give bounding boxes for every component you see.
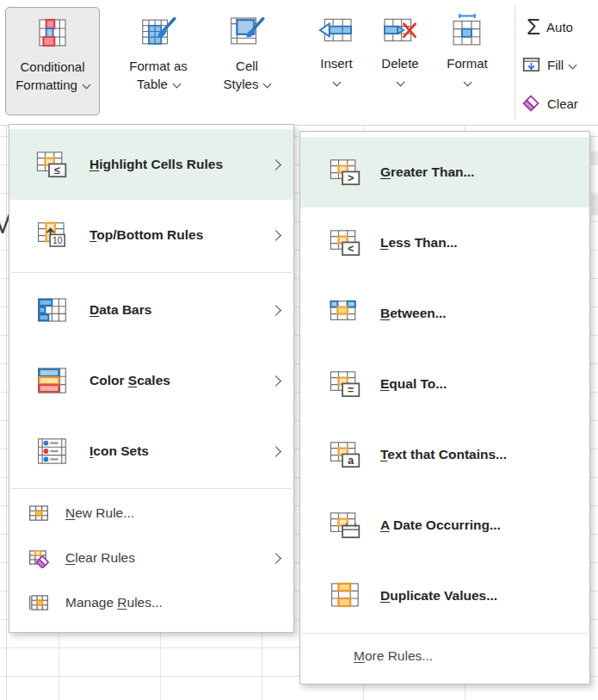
menu-item-data-bars[interactable]: Data Bars: [9, 275, 293, 345]
conditional-formatting-label-line2: Formatting: [15, 77, 77, 92]
menu-item-label: Highlight Cells Rules: [89, 157, 223, 172]
submenu-arrow-icon: [270, 305, 281, 316]
menu-item-label: Greater Than...: [380, 164, 474, 180]
submenu-arrow-icon: [270, 375, 281, 387]
menu-item-new-rule[interactable]: New Rule...: [9, 491, 293, 536]
menu-item-label: Icon Sets: [89, 443, 149, 459]
menu-item-greater-than[interactable]: >Greater Than...: [300, 137, 589, 208]
menu-item-text-that-contains[interactable]: aText that Contains...: [300, 419, 589, 490]
format-label: Format: [447, 55, 488, 72]
format-button[interactable]: Format: [432, 7, 502, 119]
text-contains-icon: a: [329, 440, 363, 469]
less-than-icon: <: [329, 228, 363, 257]
conditional-formatting-icon: [35, 13, 70, 53]
format-as-table-button[interactable]: Format as Table: [110, 7, 207, 117]
chevron-down-icon: [172, 80, 181, 89]
svg-text:=: =: [348, 384, 354, 396]
delete-button[interactable]: Delete: [368, 7, 432, 119]
autosum-label: Auto: [546, 20, 573, 34]
format-as-table-label-line2: Table: [137, 77, 168, 91]
sigma-icon: Σ: [527, 15, 540, 38]
menu-item-less-than[interactable]: <Less Than...: [300, 208, 589, 278]
data-bars-icon: [35, 295, 70, 325]
cell-styles-label-line2: Styles: [224, 77, 259, 91]
delete-cells-icon: [380, 7, 420, 55]
menu-item-a-date-occurring[interactable]: A Date Occurring...: [300, 490, 589, 561]
clear-button[interactable]: Clear: [521, 93, 578, 114]
menu-item-manage-rules[interactable]: Manage Rules...: [9, 580, 293, 625]
menu-item-label: Data Bars: [89, 302, 151, 318]
menu-item-label: Equal To...: [380, 376, 447, 392]
chevron-down-icon: [463, 78, 472, 87]
fill-down-icon: [522, 55, 541, 74]
svg-text:a: a: [348, 455, 354, 467]
equal-to-icon: =: [329, 369, 363, 399]
menu-item-label: More Rules...: [354, 648, 433, 664]
fill-button[interactable]: Fill: [522, 55, 576, 74]
chevron-down-icon: [332, 78, 341, 87]
cell-styles-icon: [229, 12, 265, 52]
icon-sets-icon: [35, 437, 70, 466]
menu-item-label: Top/Bottom Rules: [89, 227, 203, 243]
worksheet-shaded-cell: [591, 152, 598, 165]
insert-button[interactable]: Insert: [306, 7, 367, 119]
menu-item-clear-rules[interactable]: Clear Rules: [9, 536, 293, 580]
menu-item-icon-sets[interactable]: Icon Sets: [9, 416, 293, 486]
menu-item-duplicate-values[interactable]: Duplicate Values...: [300, 561, 589, 631]
chevron-down-icon: [396, 78, 404, 87]
menu-separator: [11, 488, 292, 489]
menu-item-label: Between...: [380, 306, 447, 321]
clear-rules-icon: [28, 548, 50, 568]
conditional-formatting-menu: ≤Highlight Cells Rules 10Top/Bottom Rule…: [9, 124, 294, 633]
color-scales-icon: [35, 366, 70, 395]
autosum-button[interactable]: Σ Auto: [527, 15, 573, 38]
date-occurring-icon: [329, 511, 363, 540]
manage-rules-icon: [28, 592, 50, 613]
conditional-formatting-button[interactable]: Conditional Formatting: [5, 7, 100, 115]
fill-label: Fill: [547, 58, 564, 72]
ribbon-group-divider: [515, 5, 515, 120]
format-as-table-label-line1: Format as: [129, 57, 188, 75]
submenu-arrow-icon: [270, 446, 281, 457]
submenu-arrow-icon: [270, 553, 281, 564]
svg-text:≤: ≤: [54, 164, 60, 177]
menu-item-label: Clear Rules: [65, 550, 135, 566]
menu-item-equal-to[interactable]: =Equal To...: [300, 349, 589, 419]
greater-than-icon: >: [329, 158, 363, 187]
menu-item-top-bottom-rules[interactable]: 10Top/Bottom Rules: [9, 200, 293, 270]
menu-item-more-rules[interactable]: More Rules...: [300, 635, 589, 677]
menu-item-label: New Rule...: [65, 505, 134, 521]
eraser-icon: [521, 93, 541, 114]
format-as-table-icon: [140, 12, 176, 52]
highlight-cells-rules-submenu: >Greater Than... <Less Than... Between..…: [299, 131, 590, 685]
menu-item-between[interactable]: Between...: [300, 278, 589, 349]
menu-item-label: Color Scales: [89, 373, 170, 388]
svg-text:10: 10: [52, 236, 63, 245]
cell-styles-button[interactable]: Cell Styles: [212, 7, 282, 117]
menu-separator: [11, 272, 292, 273]
menu-item-label: Less Than...: [380, 235, 458, 251]
menu-separator: [302, 633, 588, 634]
menu-item-label: Manage Rules...: [65, 595, 163, 610]
svg-text:>: >: [348, 172, 354, 184]
duplicate-values-icon: [329, 581, 363, 610]
menu-item-highlight-cells-rules[interactable]: ≤Highlight Cells Rules: [9, 129, 293, 200]
conditional-formatting-label-line1: Conditional: [20, 58, 84, 76]
svg-text:<: <: [348, 243, 354, 255]
cell-styles-label-line1: Cell: [236, 57, 258, 75]
between-icon: [329, 299, 363, 328]
highlight-cells-rules-icon: ≤: [35, 150, 70, 179]
delete-label: Delete: [381, 55, 418, 72]
chevron-down-icon: [263, 80, 272, 89]
format-cells-icon: [447, 7, 487, 55]
menu-item-color-scales[interactable]: Color Scales: [9, 345, 293, 416]
chevron-down-icon: [569, 60, 577, 69]
new-rule-icon: [28, 503, 50, 523]
ribbon: Conditional Formatting Format as Table: [0, 0, 598, 126]
clear-label: Clear: [547, 96, 578, 111]
menu-item-label: Text that Contains...: [380, 447, 507, 462]
menu-item-label: Duplicate Values...: [380, 588, 497, 604]
top-bottom-rules-icon: 10: [35, 220, 70, 250]
submenu-arrow-icon: [270, 230, 281, 241]
insert-label: Insert: [320, 55, 353, 72]
